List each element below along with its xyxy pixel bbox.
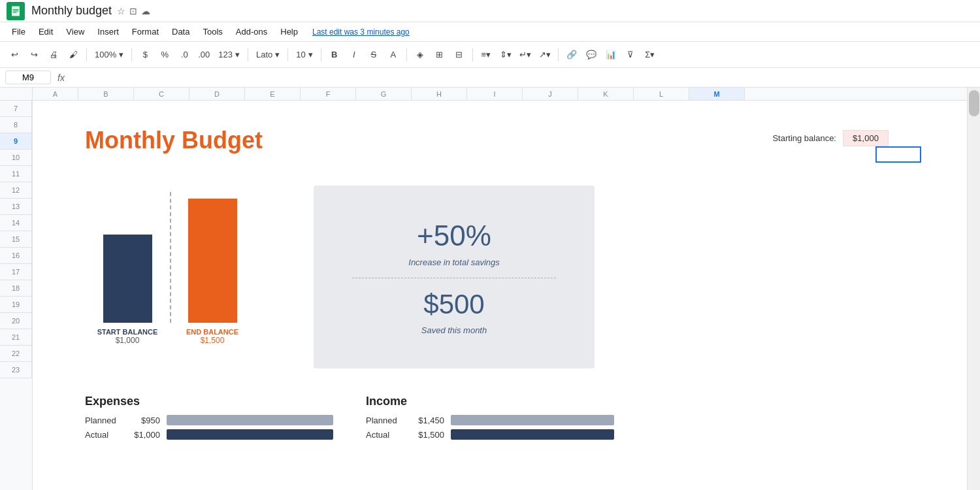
col-d[interactable]: D <box>189 88 245 100</box>
menu-view[interactable]: View <box>61 25 90 38</box>
format-123-dropdown[interactable]: 123 ▾ <box>214 46 244 64</box>
row-10[interactable]: 10 <box>0 150 32 166</box>
end-bar <box>188 199 237 323</box>
halign-button[interactable]: ≡▾ <box>477 46 495 64</box>
col-a[interactable]: A <box>33 88 78 100</box>
menu-insert[interactable]: Insert <box>92 25 124 38</box>
sep8 <box>558 48 559 61</box>
link-button[interactable]: 🔗 <box>563 46 581 64</box>
function-button[interactable]: Σ▾ <box>641 46 659 64</box>
expenses-section: Expenses Planned $950 Actual $1,000 <box>85 395 333 440</box>
menu-edit[interactable]: Edit <box>33 25 58 38</box>
currency-button[interactable]: $ <box>136 46 154 64</box>
menu-help[interactable]: Help <box>275 25 303 38</box>
selected-cell-m9[interactable] <box>875 146 921 163</box>
row-21[interactable]: 21 <box>0 329 32 346</box>
row-19[interactable]: 19 <box>0 297 32 313</box>
col-g[interactable]: G <box>356 88 412 100</box>
folder-icon[interactable]: ⊡ <box>129 6 137 16</box>
bold-button[interactable]: B <box>325 46 344 64</box>
col-l[interactable]: L <box>634 88 689 100</box>
row-8[interactable]: 8 <box>0 117 32 133</box>
spreadsheet-area: 7 8 9 10 11 12 13 14 15 16 17 18 19 20 2… <box>0 88 980 490</box>
font-chevron: ▾ <box>275 50 280 59</box>
scrollbar-thumb[interactable] <box>969 90 979 116</box>
menu-bar: File Edit View Insert Format Data Tools … <box>0 22 980 42</box>
col-m[interactable]: M <box>689 88 745 100</box>
merge-button[interactable]: ⊟ <box>450 46 468 64</box>
starting-balance-label: Starting balance: <box>772 133 836 143</box>
col-j[interactable]: J <box>523 88 578 100</box>
col-h[interactable]: H <box>412 88 467 100</box>
star-icon[interactable]: ☆ <box>117 6 125 16</box>
text-color-button[interactable]: A <box>384 46 402 64</box>
income-section: Income Planned $1,450 Actual $1,500 <box>366 395 614 440</box>
row-15[interactable]: 15 <box>0 231 32 248</box>
app-icon <box>7 2 25 20</box>
rotate-button[interactable]: ↗▾ <box>536 46 554 64</box>
col-f[interactable]: F <box>301 88 356 100</box>
row-14[interactable]: 14 <box>0 215 32 231</box>
col-k[interactable]: K <box>578 88 634 100</box>
end-bar-value: $1,500 <box>201 336 225 345</box>
menu-addons[interactable]: Add-ons <box>231 25 272 38</box>
start-bar <box>103 235 152 323</box>
zoom-dropdown[interactable]: 100% ▾ <box>91 46 127 64</box>
row-13[interactable]: 13 <box>0 199 32 215</box>
start-label-group: START BALANCE $1,000 <box>85 328 170 345</box>
undo-button[interactable]: ↩ <box>5 46 24 64</box>
grid-area: A B C D E F G H I J K L M Starting balan… <box>33 88 967 490</box>
cell-reference[interactable]: M9 <box>5 71 51 84</box>
formula-input[interactable] <box>71 73 975 82</box>
fill-color-button[interactable]: ◈ <box>411 46 429 64</box>
menu-data[interactable]: Data <box>167 25 195 38</box>
row-18[interactable]: 18 <box>0 280 32 297</box>
row-17[interactable]: 17 <box>0 264 32 280</box>
font-dropdown[interactable]: Lato ▾ <box>252 46 284 64</box>
stats-card: +50% Increase in total savings $500 Save… <box>314 186 595 368</box>
menu-tools[interactable]: Tools <box>197 25 227 38</box>
menu-format[interactable]: Format <box>127 25 164 38</box>
row-9[interactable]: 9 <box>0 133 32 150</box>
comment-button[interactable]: 💬 <box>582 46 600 64</box>
strikethrough-button[interactable]: S <box>365 46 383 64</box>
chart-button[interactable]: 📊 <box>602 46 620 64</box>
borders-button[interactable]: ⊞ <box>431 46 449 64</box>
col-i[interactable]: I <box>467 88 523 100</box>
italic-button[interactable]: I <box>345 46 363 64</box>
row-7[interactable]: 7 <box>0 101 32 117</box>
income-actual-row: Actual $1,500 <box>366 429 614 440</box>
row-23[interactable]: 23 <box>0 362 32 378</box>
inc-decimals-button[interactable]: .00 <box>195 46 213 64</box>
budget-title: Monthly Budget <box>85 127 263 154</box>
percent-button[interactable]: % <box>155 46 174 64</box>
right-sidebar[interactable] <box>967 88 980 490</box>
fontsize-dropdown[interactable]: 10 ▾ <box>292 46 316 64</box>
row-22[interactable]: 22 <box>0 346 32 362</box>
wrap-button[interactable]: ↵▾ <box>516 46 534 64</box>
fontsize-chevron: ▾ <box>308 50 313 59</box>
print-button[interactable]: 🖨 <box>44 46 63 64</box>
col-b[interactable]: B <box>78 88 134 100</box>
zoom-value: 100% <box>95 50 116 59</box>
income-planned-label: Planned <box>366 416 402 425</box>
paint-format-button[interactable]: 🖌 <box>64 46 82 64</box>
row-12[interactable]: 12 <box>0 182 32 199</box>
bars-wrapper <box>85 192 255 323</box>
redo-button[interactable]: ↪ <box>25 46 43 64</box>
starting-balance-value[interactable]: $1,000 <box>843 130 889 146</box>
col-e[interactable]: E <box>245 88 301 100</box>
row-20[interactable]: 20 <box>0 313 32 329</box>
dec-decimals-button[interactable]: .0 <box>175 46 193 64</box>
starting-balance: Starting balance: $1,000 <box>772 130 889 146</box>
expenses-actual-row: Actual $1,000 <box>85 429 333 440</box>
col-c[interactable]: C <box>134 88 189 100</box>
menu-file[interactable]: File <box>7 25 31 38</box>
row-11[interactable]: 11 <box>0 166 32 182</box>
filter-button[interactable]: ⊽ <box>621 46 640 64</box>
stat-amount: $500 <box>423 289 484 320</box>
cloud-icon[interactable]: ☁ <box>141 6 150 16</box>
valign-button[interactable]: ⇕▾ <box>497 46 515 64</box>
content-area[interactable]: Starting balance: $1,000 Monthly Budget <box>33 101 967 490</box>
row-16[interactable]: 16 <box>0 248 32 264</box>
